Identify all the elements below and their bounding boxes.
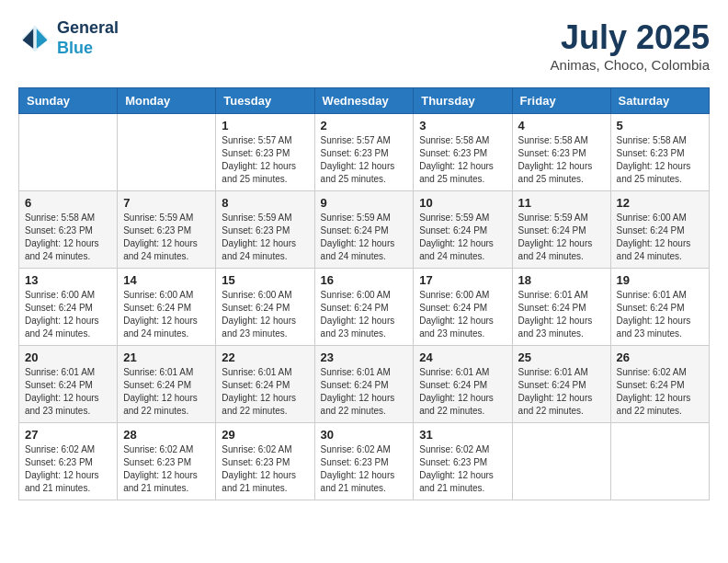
month-title: July 2025 — [551, 18, 710, 57]
day-cell: 9Sunrise: 5:59 AM Sunset: 6:24 PM Daylig… — [314, 191, 414, 269]
day-info: Sunrise: 5:59 AM Sunset: 6:23 PM Dayligh… — [222, 212, 308, 263]
day-cell — [19, 114, 118, 191]
day-number: 26 — [617, 350, 703, 364]
day-cell: 23Sunrise: 6:01 AM Sunset: 6:24 PM Dayli… — [314, 346, 414, 423]
day-cell: 12Sunrise: 6:00 AM Sunset: 6:24 PM Dayli… — [610, 191, 709, 269]
location: Animas, Choco, Colombia — [551, 57, 710, 73]
day-cell: 15Sunrise: 6:00 AM Sunset: 6:24 PM Dayli… — [216, 269, 314, 346]
day-cell: 25Sunrise: 6:01 AM Sunset: 6:24 PM Dayli… — [512, 346, 610, 423]
day-cell: 4Sunrise: 5:58 AM Sunset: 6:23 PM Daylig… — [512, 114, 610, 191]
day-number: 25 — [518, 350, 605, 364]
day-info: Sunrise: 5:59 AM Sunset: 6:23 PM Dayligh… — [123, 212, 210, 263]
logo-icon — [18, 22, 51, 55]
day-number: 19 — [617, 273, 703, 287]
day-number: 21 — [123, 350, 210, 364]
day-number: 23 — [321, 350, 408, 364]
day-info: Sunrise: 6:01 AM Sunset: 6:24 PM Dayligh… — [25, 366, 111, 418]
day-number: 15 — [222, 273, 308, 287]
day-number: 9 — [321, 196, 408, 210]
day-number: 13 — [25, 273, 111, 287]
day-cell: 30Sunrise: 6:02 AM Sunset: 6:23 PM Dayli… — [314, 423, 414, 500]
weekday-header-tuesday: Tuesday — [216, 88, 314, 114]
day-number: 4 — [518, 119, 605, 132]
svg-marker-1 — [37, 29, 48, 49]
week-row-1: 1Sunrise: 5:57 AM Sunset: 6:23 PM Daylig… — [19, 114, 710, 191]
day-info: Sunrise: 6:00 AM Sunset: 6:24 PM Dayligh… — [419, 289, 506, 340]
day-info: Sunrise: 5:59 AM Sunset: 6:24 PM Dayligh… — [419, 212, 506, 263]
day-cell: 8Sunrise: 5:59 AM Sunset: 6:23 PM Daylig… — [216, 191, 314, 269]
day-cell: 20Sunrise: 6:01 AM Sunset: 6:24 PM Dayli… — [19, 346, 118, 423]
week-row-2: 6Sunrise: 5:58 AM Sunset: 6:23 PM Daylig… — [19, 191, 710, 269]
day-number: 6 — [25, 196, 111, 210]
day-cell: 10Sunrise: 5:59 AM Sunset: 6:24 PM Dayli… — [414, 191, 512, 269]
day-info: Sunrise: 6:01 AM Sunset: 6:24 PM Dayligh… — [518, 366, 605, 418]
day-info: Sunrise: 6:01 AM Sunset: 6:24 PM Dayligh… — [518, 289, 605, 340]
day-info: Sunrise: 5:58 AM Sunset: 6:23 PM Dayligh… — [419, 134, 506, 186]
day-info: Sunrise: 5:59 AM Sunset: 6:24 PM Dayligh… — [518, 212, 605, 263]
day-cell: 18Sunrise: 6:01 AM Sunset: 6:24 PM Dayli… — [512, 269, 610, 346]
weekday-header-saturday: Saturday — [610, 88, 709, 114]
day-cell: 13Sunrise: 6:00 AM Sunset: 6:24 PM Dayli… — [19, 269, 118, 346]
day-info: Sunrise: 6:01 AM Sunset: 6:24 PM Dayligh… — [617, 289, 703, 340]
day-cell — [512, 423, 610, 500]
weekday-header-thursday: Thursday — [414, 88, 512, 114]
day-cell: 5Sunrise: 5:58 AM Sunset: 6:23 PM Daylig… — [610, 114, 709, 191]
day-info: Sunrise: 6:01 AM Sunset: 6:24 PM Dayligh… — [222, 366, 308, 418]
week-row-5: 27Sunrise: 6:02 AM Sunset: 6:23 PM Dayli… — [19, 423, 710, 500]
day-number: 18 — [518, 273, 605, 287]
day-info: Sunrise: 5:58 AM Sunset: 6:23 PM Dayligh… — [25, 212, 111, 263]
day-info: Sunrise: 6:02 AM Sunset: 6:23 PM Dayligh… — [222, 443, 308, 495]
day-cell: 14Sunrise: 6:00 AM Sunset: 6:24 PM Dayli… — [118, 269, 216, 346]
day-number: 7 — [123, 196, 210, 210]
day-cell: 19Sunrise: 6:01 AM Sunset: 6:24 PM Dayli… — [610, 269, 709, 346]
day-info: Sunrise: 6:02 AM Sunset: 6:23 PM Dayligh… — [419, 443, 506, 495]
day-number: 1 — [222, 119, 308, 132]
day-info: Sunrise: 6:02 AM Sunset: 6:24 PM Dayligh… — [617, 366, 703, 418]
day-cell: 31Sunrise: 6:02 AM Sunset: 6:23 PM Dayli… — [414, 423, 512, 500]
day-cell: 3Sunrise: 5:58 AM Sunset: 6:23 PM Daylig… — [414, 114, 512, 191]
day-info: Sunrise: 6:02 AM Sunset: 6:23 PM Dayligh… — [25, 443, 111, 495]
day-number: 8 — [222, 196, 308, 210]
day-number: 31 — [419, 428, 506, 442]
day-number: 11 — [518, 196, 605, 210]
day-info: Sunrise: 5:59 AM Sunset: 6:24 PM Dayligh… — [321, 212, 408, 263]
day-cell: 6Sunrise: 5:58 AM Sunset: 6:23 PM Daylig… — [19, 191, 118, 269]
logo: General Blue — [18, 18, 119, 58]
day-info: Sunrise: 6:00 AM Sunset: 6:24 PM Dayligh… — [321, 289, 408, 340]
weekday-header-wednesday: Wednesday — [314, 88, 414, 114]
day-number: 28 — [123, 428, 210, 442]
day-number: 29 — [222, 428, 308, 442]
day-cell: 24Sunrise: 6:01 AM Sunset: 6:24 PM Dayli… — [414, 346, 512, 423]
day-info: Sunrise: 6:01 AM Sunset: 6:24 PM Dayligh… — [321, 366, 408, 418]
day-cell: 29Sunrise: 6:02 AM Sunset: 6:23 PM Dayli… — [216, 423, 314, 500]
day-info: Sunrise: 6:02 AM Sunset: 6:23 PM Dayligh… — [321, 443, 408, 495]
day-number: 30 — [321, 428, 408, 442]
day-info: Sunrise: 6:00 AM Sunset: 6:24 PM Dayligh… — [617, 212, 703, 263]
day-cell: 7Sunrise: 5:59 AM Sunset: 6:23 PM Daylig… — [118, 191, 216, 269]
day-info: Sunrise: 5:57 AM Sunset: 6:23 PM Dayligh… — [222, 134, 308, 186]
title-area: July 2025 Animas, Choco, Colombia — [551, 18, 710, 73]
calendar: SundayMondayTuesdayWednesdayThursdayFrid… — [18, 87, 710, 500]
day-cell: 26Sunrise: 6:02 AM Sunset: 6:24 PM Dayli… — [610, 346, 709, 423]
day-info: Sunrise: 6:01 AM Sunset: 6:24 PM Dayligh… — [123, 366, 210, 418]
day-cell: 1Sunrise: 5:57 AM Sunset: 6:23 PM Daylig… — [216, 114, 314, 191]
day-info: Sunrise: 5:58 AM Sunset: 6:23 PM Dayligh… — [518, 134, 605, 186]
day-cell: 22Sunrise: 6:01 AM Sunset: 6:24 PM Dayli… — [216, 346, 314, 423]
weekday-header-row: SundayMondayTuesdayWednesdayThursdayFrid… — [19, 88, 710, 114]
day-cell: 11Sunrise: 5:59 AM Sunset: 6:24 PM Dayli… — [512, 191, 610, 269]
day-info: Sunrise: 6:00 AM Sunset: 6:24 PM Dayligh… — [25, 289, 111, 340]
day-cell: 27Sunrise: 6:02 AM Sunset: 6:23 PM Dayli… — [19, 423, 118, 500]
day-number: 22 — [222, 350, 308, 364]
day-info: Sunrise: 6:00 AM Sunset: 6:24 PM Dayligh… — [222, 289, 308, 340]
day-cell — [118, 114, 216, 191]
day-cell: 28Sunrise: 6:02 AM Sunset: 6:23 PM Dayli… — [118, 423, 216, 500]
day-number: 5 — [617, 119, 703, 132]
day-number: 17 — [419, 273, 506, 287]
day-number: 12 — [617, 196, 703, 210]
day-cell — [610, 423, 709, 500]
day-cell: 16Sunrise: 6:00 AM Sunset: 6:24 PM Dayli… — [314, 269, 414, 346]
day-number: 3 — [419, 119, 506, 132]
day-cell: 2Sunrise: 5:57 AM Sunset: 6:23 PM Daylig… — [314, 114, 414, 191]
day-cell: 17Sunrise: 6:00 AM Sunset: 6:24 PM Dayli… — [414, 269, 512, 346]
day-number: 20 — [25, 350, 111, 364]
